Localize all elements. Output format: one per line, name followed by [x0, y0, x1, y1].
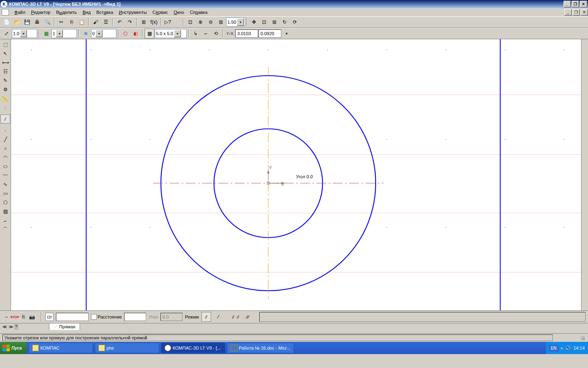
layer-combo[interactable]: 1▼	[51, 29, 77, 38]
manager-button[interactable]: ⊞	[139, 17, 149, 27]
variables-button[interactable]: f(x)	[149, 17, 159, 27]
tray-clock[interactable]: 14:14	[573, 346, 585, 350]
tab-line[interactable]: ⟋Прямая	[49, 323, 80, 330]
menu-tools[interactable]: Инструменты	[116, 9, 150, 16]
round-button[interactable]: ⟲	[211, 29, 221, 38]
stop-button[interactable]: STOP	[11, 314, 18, 320]
bezier-button[interactable]: ∿	[0, 180, 10, 189]
t1-field[interactable]	[56, 313, 89, 321]
ellipse-button[interactable]: ⬭	[0, 162, 10, 171]
menu-insert[interactable]: Вставка	[94, 9, 116, 16]
doc-restore-button[interactable]: ❐	[572, 9, 580, 16]
step-icon[interactable]: ⤢	[2, 29, 11, 38]
paste-button[interactable]: 📋	[77, 17, 87, 27]
cut-button[interactable]: ✂	[56, 17, 66, 27]
coord-dropdown[interactable]: ▼	[282, 29, 292, 38]
fillet-button[interactable]: ⌒	[0, 225, 10, 234]
print-button[interactable]: 🖶	[32, 17, 42, 27]
enter-button[interactable]: →	[2, 314, 10, 320]
redraw-button[interactable]: ↻	[280, 17, 290, 27]
hatch-button[interactable]: ▨	[0, 207, 10, 216]
zoom-window-button[interactable]: ⊞	[216, 17, 226, 27]
taskbar-item-0[interactable]: КОМПАС	[29, 343, 93, 353]
grid-button[interactable]: ▦	[145, 29, 154, 38]
menu-file[interactable]: ФФайлайл	[11, 9, 28, 16]
vertical-scrollbar[interactable]	[581, 39, 588, 310]
menu-view[interactable]: Вид	[80, 9, 94, 16]
ortho-button[interactable]: ⌐	[201, 29, 211, 38]
minimize-button[interactable]: _	[564, 1, 571, 7]
preview-button[interactable]: 🔍	[42, 17, 52, 27]
zoom-all-button[interactable]: ⊞	[270, 17, 279, 27]
layer-state-icon[interactable]: ▦	[41, 29, 51, 38]
point-button[interactable]: ·	[0, 126, 10, 135]
drawing-canvas[interactable]: Y X Угол 0.0	[11, 39, 581, 310]
dimension-button[interactable]: ⟷	[0, 58, 10, 67]
taskbar-item-1[interactable]: phe	[95, 343, 159, 353]
start-button[interactable]: Пуск	[0, 342, 27, 354]
autocreate-button[interactable]: ⎘	[20, 314, 27, 320]
tray-expand-icon[interactable]: «	[561, 346, 563, 350]
menu-editor[interactable]: Редактор	[28, 9, 53, 16]
mode-single-button[interactable]: ⫻	[243, 312, 253, 322]
copy-button[interactable]: ⎘	[67, 17, 76, 27]
offset-button[interactable]: ⫠	[0, 216, 10, 225]
doc-minimize-button[interactable]: _	[564, 9, 572, 16]
localcs-button[interactable]: ↳	[191, 29, 200, 38]
grid-combo[interactable]: 5.0 x 5.0▼	[155, 29, 187, 38]
measure-button[interactable]: 📐	[0, 94, 10, 103]
distance-check[interactable]	[91, 314, 97, 320]
menu-help[interactable]: Справка	[187, 9, 210, 16]
maximize-button[interactable]: ❐	[572, 1, 579, 7]
nav-last-button[interactable]: ≫	[9, 324, 13, 330]
taskbar-item-3[interactable]: Работа № 16.doc - Micr...	[227, 343, 294, 353]
zoom-in-button[interactable]: ⊕	[196, 17, 205, 27]
save-button[interactable]: 💾	[22, 17, 32, 27]
mode-hatch-button[interactable]: ⫽⫽	[231, 312, 241, 322]
new-button[interactable]: 📄	[2, 17, 11, 27]
t1-button[interactable]: ⊡т	[45, 313, 53, 321]
arc-button[interactable]: ◠	[0, 153, 10, 162]
language-indicator[interactable]: EN	[549, 345, 558, 351]
notation-button[interactable]: ☷	[0, 67, 10, 76]
refresh-button[interactable]: ⟳	[290, 17, 300, 27]
aux-button[interactable]: ⟋	[0, 103, 10, 112]
mode-two-button[interactable]: ⫽	[201, 312, 211, 322]
param-button[interactable]: ⚙	[0, 85, 10, 94]
undo-button[interactable]: ↶	[115, 17, 125, 27]
pan-button[interactable]: ✥	[249, 17, 259, 27]
help-context-button[interactable]: ▷?	[163, 17, 173, 27]
layer-mgr-icon[interactable]: ≋	[81, 29, 91, 38]
copyformat-button[interactable]: 🖌	[91, 17, 100, 27]
properties-button[interactable]: ☰	[101, 17, 111, 27]
resize-grip-icon[interactable]	[578, 334, 586, 341]
spline-button[interactable]: 〰	[0, 171, 10, 180]
snap-mid-button[interactable]: ◐	[131, 29, 140, 38]
nav-first-button[interactable]: ≪	[2, 324, 7, 330]
remember-button[interactable]: 📷	[28, 314, 36, 320]
layernum-combo[interactable]: 0▼	[91, 29, 116, 38]
menu-window[interactable]: Окно	[171, 9, 187, 16]
zoom-fit-button[interactable]: ⊡	[185, 17, 195, 27]
select-button[interactable]: ↖	[0, 49, 10, 58]
zoom-combo[interactable]: 1.50▼	[226, 18, 245, 27]
zoom-prev-button[interactable]: ⊡	[259, 17, 269, 27]
polygon-button[interactable]: ⬠	[0, 198, 10, 207]
circle-button[interactable]: ○	[0, 144, 10, 153]
doc-close-button[interactable]: ✕	[581, 9, 588, 16]
distance-field[interactable]	[124, 313, 146, 321]
step-combo[interactable]: 1.0▼	[12, 29, 37, 38]
parallel-line-button[interactable]: ⫽	[0, 114, 10, 123]
close-button[interactable]: ✕	[580, 1, 587, 7]
nav-help-button[interactable]: ?	[15, 324, 18, 330]
taskbar-item-2[interactable]: КОМПАС-3D LT V9 - [...	[161, 343, 225, 353]
edit-button[interactable]: ✎	[0, 76, 10, 85]
menu-service[interactable]: Сервис	[150, 9, 171, 16]
open-button[interactable]: 📂	[12, 17, 22, 27]
mode-one-button[interactable]: ∕	[214, 312, 223, 322]
zoom-out-button[interactable]: ⊖	[206, 17, 216, 27]
redo-button[interactable]: ↷	[125, 17, 135, 27]
line-button[interactable]: ╱	[0, 135, 10, 144]
rect-button[interactable]: ▭	[0, 189, 10, 198]
snap-end-button[interactable]: ⬡	[120, 29, 130, 38]
